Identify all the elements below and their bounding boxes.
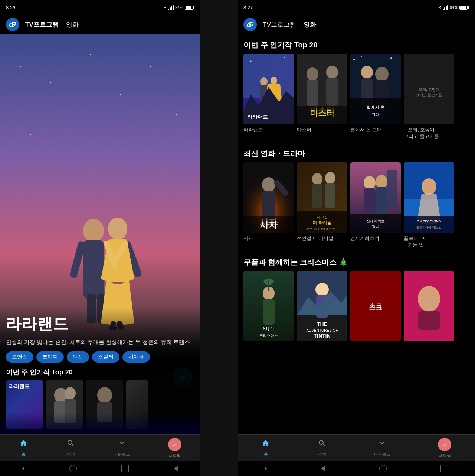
- bottom-nav-left: 홈 검색 다운로드 나 프로필: [0, 434, 200, 461]
- svg-point-2: [83, 219, 104, 242]
- sys-circle-right[interactable]: [379, 465, 387, 472]
- svg-point-47: [361, 66, 373, 79]
- svg-point-80: [364, 176, 376, 189]
- svg-point-28: [262, 59, 262, 60]
- svg-point-8: [108, 218, 127, 240]
- movie-card-master[interactable]: 마스터 마스터: [297, 54, 347, 124]
- movie-card-florida[interactable]: ON BECOMING 플로리다에 되는 법: [404, 162, 454, 233]
- time-right: 8:27: [243, 5, 253, 10]
- svg-point-62: [262, 177, 275, 192]
- nav-profile-right[interactable]: 나 프로필: [438, 438, 451, 458]
- battery-icon-left: [185, 6, 194, 10]
- genre-thriller[interactable]: 스릴러: [92, 351, 119, 363]
- tab-tv-right[interactable]: TV프로그램: [263, 20, 296, 29]
- svg-rect-71: [312, 184, 322, 208]
- tab-tv-left[interactable]: TV프로그램: [25, 20, 59, 29]
- movie-card-josae[interactable]: 조제, 호랑이 그리고 물고기들: [404, 54, 454, 124]
- movie-card-jeokingul[interactable]: 적인걸 더 파이널 전주 수사관이 돌아왔다: [297, 162, 347, 233]
- left-phone: 8:26 R 94%: [0, 0, 200, 476]
- download-icon-right: [378, 439, 387, 450]
- sys-square-right[interactable]: [440, 465, 448, 472]
- movie-card-tintin[interactable]: THE ADVENTURES OF TINTIN: [297, 271, 347, 341]
- svg-text:적인걸: 적인걸: [317, 215, 328, 219]
- search-icon-left: [66, 439, 75, 450]
- nav-search-left[interactable]: 검색: [66, 439, 75, 457]
- svg-point-1: [12, 23, 14, 26]
- movie-card-shrek[interactable]: 스크 스크: [350, 271, 401, 341]
- app-logo-right[interactable]: [243, 18, 257, 31]
- movie-card-august[interactable]: 8月의 크리스마스: [243, 271, 294, 341]
- genre-action[interactable]: 액션: [67, 351, 89, 363]
- movie-card-byuleso[interactable]: 별에서 온 그대: [350, 54, 401, 124]
- svg-point-45: [375, 67, 389, 82]
- svg-text:전주 수사관이 돌아왔다: 전주 수사관이 돌아왔다: [307, 227, 338, 231]
- movie-card-saja[interactable]: 사자 사자: [243, 162, 294, 233]
- svg-rect-73: [325, 183, 335, 208]
- nav-profile-left[interactable]: 나 프로필: [168, 438, 181, 458]
- nav-home-right[interactable]: 홈: [261, 439, 270, 457]
- sys-circle-left[interactable]: [69, 465, 77, 472]
- sys-square-left[interactable]: [121, 465, 129, 472]
- nav-search-label-left: 검색: [67, 452, 75, 457]
- section-new: 최신 영화・드라마: [238, 143, 475, 248]
- status-bar-right: 8:27 R 94%: [238, 0, 475, 15]
- svg-point-51: [390, 57, 392, 59]
- nav-home-label-left: 홈: [22, 452, 26, 457]
- svg-rect-40: [326, 78, 338, 106]
- svg-point-37: [307, 67, 318, 81]
- nav-search-right[interactable]: 검색: [318, 439, 327, 457]
- genre-comedy[interactable]: 코미디: [36, 351, 64, 363]
- hero-title: 라라랜드: [6, 314, 194, 334]
- hero-desc: 인생의 가장 빛나는 순간, 서로의 무대를 완성해가는 두 청춘의 뮤직 로맨…: [6, 338, 194, 347]
- right-content: 이번 주 인기작 Top 20: [238, 34, 475, 434]
- svg-text:별에서 온: 별에서 온: [367, 105, 384, 109]
- svg-rect-38: [307, 80, 318, 106]
- movie-col-1: 라라랜드 라라랜드: [243, 54, 294, 140]
- battery-icon-right: [459, 6, 469, 10]
- genre-period[interactable]: 시대극: [122, 351, 150, 363]
- svg-point-27: [250, 61, 252, 62]
- nav-download-left[interactable]: 다운로드: [114, 439, 130, 457]
- star-4: [120, 94, 121, 95]
- profile-icon-left: 나: [168, 438, 181, 451]
- label-byuleso: 별에서 온 그대: [350, 126, 382, 133]
- svg-point-72: [325, 172, 335, 184]
- sys-back-right[interactable]: [321, 466, 325, 472]
- label-josae: 조제, 호랑이그리고 물고기들: [404, 126, 439, 140]
- hero-left: ▶ 라라랜드 인생의 가장 빛나는 순간, 서로의 무대를 완성해가는 두 청춘…: [0, 34, 200, 434]
- status-bar-left: 8:26 R 94%: [0, 0, 200, 15]
- movie-col-saja: 사자 사자 사자: [243, 162, 294, 248]
- preview-card-1[interactable]: 라라랜드: [6, 380, 43, 429]
- svg-point-104: [315, 283, 329, 296]
- nav-search-label-right: 검색: [318, 452, 326, 457]
- movie-card-jeonsegye[interactable]: 전세계최호 적니: [350, 162, 401, 233]
- movie-col-pink: [404, 271, 454, 341]
- svg-point-33: [271, 77, 277, 84]
- new-cards: 사자 사자 사자: [238, 162, 475, 248]
- movie-card-pink[interactable]: [404, 271, 454, 341]
- svg-text:더 파이널: 더 파이널: [312, 220, 331, 225]
- nav-download-right[interactable]: 다운로드: [374, 439, 390, 457]
- new-header: 최신 영화・드라마: [238, 143, 475, 162]
- bottom-nav-right: 홈 검색 다운로드 나 프로필: [238, 434, 475, 461]
- battery-pct-right: 94%: [450, 5, 458, 10]
- label-lalaland: 라라랜드: [243, 126, 263, 133]
- genre-romance[interactable]: 로맨스: [6, 351, 33, 363]
- top-nav-left: TV프로그램 영화: [0, 15, 200, 34]
- svg-point-29: [273, 63, 274, 64]
- tab-movie-right[interactable]: 영화: [304, 20, 316, 29]
- tab-movie-left[interactable]: 영화: [66, 20, 79, 29]
- sys-bar-right: [238, 461, 475, 476]
- top20-header: 이번 주 인기작 Top 20: [238, 34, 475, 54]
- svg-point-82: [376, 175, 387, 188]
- movie-col-shrek: 스크 스크: [350, 271, 401, 341]
- nav-home-left[interactable]: 홈: [19, 439, 28, 457]
- xmas-header: 쿠플과 함께하는 크리스마스 🎄: [238, 251, 475, 271]
- app-logo-left[interactable]: [6, 18, 19, 31]
- movie-card-lalaland[interactable]: 라라랜드: [243, 54, 294, 124]
- svg-text:마스터: 마스터: [310, 109, 334, 118]
- movie-col-4: 조제, 호랑이 그리고 물고기들 조제, 호랑이그리고 물고기들: [404, 54, 454, 140]
- svg-rect-85: [350, 214, 401, 233]
- sys-back-left[interactable]: [174, 466, 178, 472]
- nav-profile-label-left: 프로필: [168, 453, 181, 458]
